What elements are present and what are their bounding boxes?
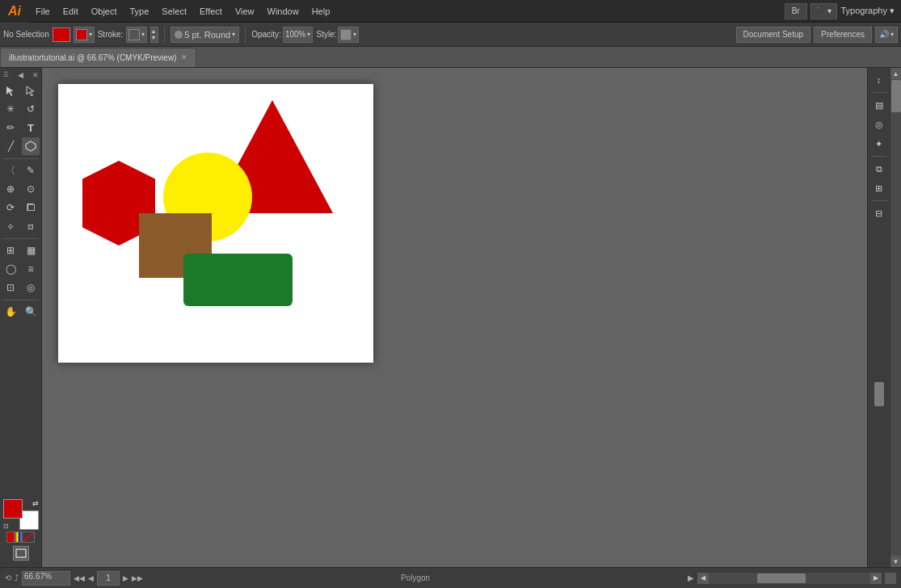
panel-btn-3[interactable]: ◎ [870, 116, 888, 133]
slice-tool[interactable]: ⊡ [2, 279, 19, 296]
column-graph-tool[interactable]: ⧈ [22, 217, 40, 235]
style-label: Style: [316, 30, 336, 39]
color-mode-color[interactable] [6, 531, 15, 543]
canvas-area[interactable] [42, 68, 867, 567]
panel-sep-3 [871, 200, 887, 201]
page-last-arrow[interactable]: ▶▶ [132, 574, 143, 582]
tool-sep-2 [3, 238, 39, 239]
tool-row-wand: ✳ ↺ [1, 100, 41, 118]
svg-line-1 [23, 532, 34, 542]
bottom-bar: ⟲ ⤴ 66.67% ◀◀ ◀ ▶ ▶▶ Polygon ▶ ◀ ▶ [0, 567, 901, 588]
scroll-track[interactable] [890, 79, 901, 556]
svg-rect-2 [16, 549, 26, 557]
menu-type[interactable]: Type [124, 0, 156, 23]
panel-btn-7[interactable]: ⊟ [870, 204, 888, 222]
scroll-up-arrow[interactable]: ▲ [890, 68, 902, 79]
document-tab[interactable]: illustratortutorial.ai @ 66.67% (CMYK/Pr… [0, 48, 196, 67]
hscroll-track[interactable] [709, 573, 870, 584]
hscroll-right-arrow[interactable]: ▶ [870, 573, 882, 584]
tab-title: illustratortutorial.ai @ 66.67% (CMYK/Pr… [9, 53, 176, 62]
lasso-tool[interactable]: ↺ [22, 100, 40, 118]
menu-file[interactable]: File [29, 0, 57, 23]
collapse-icon[interactable]: ◀ [18, 71, 23, 79]
gradient-tool[interactable]: ▦ [22, 242, 40, 259]
menu-object[interactable]: Object [85, 0, 124, 23]
fill-swatch[interactable] [53, 27, 70, 42]
scroll-down-arrow[interactable]: ▼ [890, 556, 902, 567]
pen-tool[interactable]: ✏ [2, 119, 19, 136]
panel-btn-2[interactable]: ▤ [870, 96, 888, 114]
menu-window[interactable]: Window [261, 0, 305, 23]
draw-normal-mode[interactable] [13, 546, 29, 561]
options-bar: No Selection ▾ Stroke: ▾ ▲▼ 5 pt. Round … [0, 23, 901, 47]
stroke-arrows-btn[interactable]: ▲▼ [150, 27, 158, 43]
stroke-weight-label: 5 pt. Round [184, 30, 230, 40]
opacity-dropdown[interactable]: 100% ▾ [283, 27, 314, 43]
hand-tool[interactable]: ✋ [2, 303, 19, 321]
color-mode-none[interactable] [22, 531, 35, 543]
line-tool[interactable]: ╱ [2, 137, 19, 155]
default-colors-icon[interactable]: ⊡ [3, 523, 9, 530]
eyedropper-tool[interactable]: ◯ [2, 260, 19, 278]
menu-effect[interactable]: Effect [193, 0, 229, 23]
foreground-color-swatch[interactable] [3, 499, 23, 519]
paintbrush-tool[interactable]: ✎ [22, 162, 40, 179]
document-setup-button[interactable]: Document Setup [736, 27, 811, 43]
selection-tool[interactable] [2, 82, 19, 99]
tool-row-slice: ⊡ ◎ [1, 279, 41, 296]
swap-colors-icon[interactable]: ⇄ [32, 499, 39, 507]
hscroll-thumb[interactable] [757, 573, 806, 583]
shape-tool[interactable] [22, 137, 40, 155]
stroke-dropdown[interactable]: ▾ [126, 27, 147, 43]
symbol-tool[interactable]: ⟡ [2, 217, 19, 235]
zoom-select[interactable]: 66.67% [22, 571, 70, 586]
tab-bar: illustratortutorial.ai @ 66.67% (CMYK/Pr… [0, 47, 901, 68]
hscroll-left-arrow[interactable]: ◀ [697, 573, 709, 584]
page-input[interactable] [97, 571, 120, 586]
panel-btn-6[interactable]: ⊞ [870, 179, 888, 197]
panel-btn-5[interactable]: ⧉ [870, 160, 888, 178]
pencil-tool[interactable]: 〈 [2, 162, 19, 179]
preferences-button[interactable]: Preferences [814, 27, 872, 43]
style-dropdown[interactable]: ▾ [338, 27, 359, 43]
typography-workspace[interactable]: Typography ▾ [840, 6, 895, 16]
tool-row-hand: ✋ 🔍 [1, 303, 41, 321]
sep1 [164, 27, 165, 43]
fill-dropdown[interactable]: ▾ [74, 27, 95, 43]
status-icon-3: ▶ [688, 573, 694, 582]
blend-tool[interactable]: ◎ [22, 279, 40, 296]
mesh-tool[interactable]: ⊞ [2, 242, 19, 259]
panel-btn-1[interactable]: ↕ [870, 71, 888, 89]
status-text: Polygon [146, 573, 684, 582]
measure-tool[interactable]: ≡ [22, 260, 40, 278]
panel-btn-4[interactable]: ✦ [870, 135, 888, 153]
scale-tool[interactable]: ⊙ [22, 180, 40, 198]
page-prev-arrow[interactable]: ◀ [88, 574, 94, 582]
zoom-tool[interactable]: 🔍 [22, 303, 40, 321]
type-tool[interactable]: T [22, 119, 40, 136]
sound-button[interactable]: 🔊 ▾ [875, 27, 898, 43]
green-rect-shape[interactable] [183, 254, 293, 306]
close-icon[interactable]: ✕ [32, 71, 39, 79]
scroll-thumb[interactable] [891, 80, 901, 112]
fg-bg-swatches: ⇄ ⊡ [3, 499, 39, 530]
menu-view[interactable]: View [229, 0, 261, 23]
tool-row-eyedropper: ◯ ≡ [1, 260, 41, 278]
magic-wand-tool[interactable]: ✳ [2, 100, 19, 118]
direct-selection-tool[interactable] [22, 82, 40, 99]
toolbar-collapse: ⠿ ◀ ✕ [3, 71, 39, 79]
grip-icon: ⠿ [3, 71, 9, 79]
workspace-button[interactable]: ⬛ ▾ [810, 3, 838, 19]
bridge-button[interactable]: Br [785, 3, 807, 19]
svg-marker-0 [26, 141, 36, 151]
menu-select[interactable]: Select [155, 0, 193, 23]
page-next-arrow[interactable]: ▶ [123, 574, 128, 582]
color-mode-gradient[interactable] [15, 531, 23, 543]
free-transform-tool[interactable]: ⧠ [22, 199, 40, 216]
menu-edit[interactable]: Edit [57, 0, 85, 23]
page-first-arrow[interactable]: ◀◀ [74, 574, 85, 582]
rotate-tool[interactable]: ⊕ [2, 180, 19, 198]
tab-close-icon[interactable]: ✕ [181, 53, 187, 61]
warp-tool[interactable]: ⟳ [2, 199, 19, 216]
menu-help[interactable]: Help [305, 0, 337, 23]
